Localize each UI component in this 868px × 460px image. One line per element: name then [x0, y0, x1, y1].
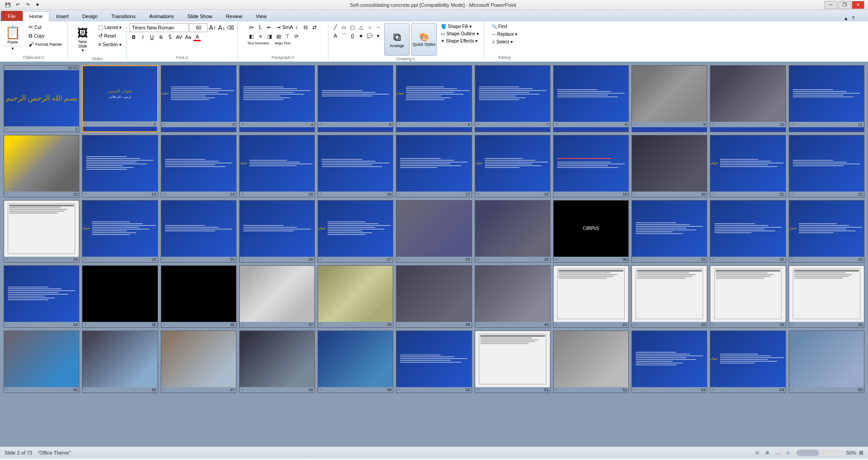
slide-thumb-10[interactable]: ☆ 10 [710, 65, 786, 132]
arrange-button[interactable]: ⧉ Arrange [384, 23, 410, 56]
cut-button[interactable]: ✂ Cut [26, 23, 65, 31]
shape-tri[interactable]: △ [357, 23, 365, 31]
slide-star-17[interactable]: ☆ [398, 192, 401, 196]
replace-button[interactable]: ↔ Replace ▾ [489, 31, 520, 38]
align-text-button[interactable]: ⊤ [284, 32, 292, 40]
slide-star-31[interactable]: ☆ [633, 257, 637, 261]
slide-star-53[interactable]: ☆ [633, 388, 637, 392]
slide-thumb-55[interactable]: ☆ 55 [789, 331, 864, 393]
new-slide-dropdown[interactable]: ▼ [81, 48, 85, 53]
help-button[interactable]: ? [852, 16, 854, 21]
slide-star-30[interactable]: ☆ [555, 257, 558, 261]
slide-thumb-34[interactable]: ☆ 34 [4, 265, 79, 328]
text-direction-button[interactable]: ⇄ [311, 23, 319, 31]
slide-thumb-50[interactable]: ☆ 50 [396, 331, 472, 393]
slide-thumb-2[interactable]: عنوان الدرس درس : دکتر فلانی ☆ 2 [82, 65, 158, 132]
drawing-launcher[interactable]: ⊡ [412, 57, 415, 61]
italic-button[interactable]: I [139, 33, 147, 41]
view-slideshow-button[interactable]: ▷ [785, 450, 792, 455]
slide-star-7[interactable]: ☆ [477, 122, 480, 126]
quick-styles-button[interactable]: 🎨 Quick Styles [411, 23, 437, 56]
increase-indent-button[interactable]: ⇥ [275, 23, 283, 31]
slide-star-13[interactable]: ☆ [84, 192, 87, 196]
shape-brace[interactable]: {} [348, 32, 357, 40]
slide-star-37[interactable]: ☆ [241, 322, 244, 326]
shape-line[interactable]: ╱ [331, 23, 339, 31]
customize-button[interactable]: ▼ [34, 1, 42, 9]
slide-thumb-29[interactable]: ☆ 29 [475, 200, 550, 263]
slide-thumb-14[interactable]: ☆ 14 [161, 135, 236, 197]
strikethrough-button[interactable]: S [157, 33, 165, 41]
paste-button[interactable]: 📋 Paste [3, 23, 23, 46]
slide-thumb-38[interactable]: ☆ 38 [318, 265, 393, 328]
slide-star-47[interactable]: ☆ [163, 388, 166, 392]
slide-thumb-42[interactable]: ☆ 42 [632, 265, 707, 328]
slide-star-52[interactable]: ☆ [555, 388, 558, 392]
tab-insert[interactable]: Insert [49, 11, 76, 21]
reset-button[interactable]: ↺ Reset [96, 32, 124, 40]
slide-thumb-15[interactable]: عنوان ☆ 15 [239, 135, 315, 197]
slide-thumb-36[interactable]: ☆ 36 [161, 265, 236, 328]
convert-smartart-button[interactable]: ⟳ [293, 32, 301, 40]
slide-thumb-54[interactable]: عنوان ☆ 54 [710, 331, 786, 393]
slide-thumb-8[interactable]: ☆ 8 [553, 65, 629, 132]
save-button[interactable]: 💾 [4, 1, 12, 9]
slide-thumb-11[interactable]: ☆ 11 [789, 65, 864, 132]
tab-animations[interactable]: Animations [142, 11, 180, 21]
slide-star-48[interactable]: ☆ [241, 388, 244, 392]
slide-star-35[interactable]: ☆ [84, 322, 87, 326]
shape-callout[interactable]: 💬 [366, 32, 374, 40]
tab-view[interactable]: View [249, 11, 274, 21]
slide-thumb-32[interactable]: ☆ 32 [710, 200, 786, 263]
slide-star-10[interactable]: ☆ [712, 122, 715, 126]
copy-button[interactable]: ⧉ Copy [26, 32, 65, 40]
slide-thumb-39[interactable]: ☆ 39 [396, 265, 472, 328]
font-name-input[interactable] [130, 23, 188, 32]
slide-thumb-43[interactable]: ☆ 43 [710, 265, 786, 328]
slide-thumb-25[interactable]: ☆ 25 [161, 200, 236, 263]
slide-star-23[interactable]: ☆ [5, 257, 9, 261]
bold-button[interactable]: B [130, 33, 138, 41]
tab-transitions[interactable]: Transitions [105, 11, 142, 21]
zoom-fit-button[interactable]: ⊞ [859, 450, 863, 456]
shape-textbox[interactable]: A [331, 32, 339, 40]
underline-button[interactable]: U [148, 33, 156, 41]
slide-thumb-5[interactable]: ☆ 5 [318, 65, 393, 132]
slide-thumb-53[interactable]: ☆ 53 [632, 331, 707, 393]
slide-star-27[interactable]: ☆ [319, 257, 323, 261]
slide-thumb-35[interactable]: ☆ 35 [82, 265, 158, 328]
slide-thumb-19[interactable]: ☆ 19 [553, 135, 629, 197]
slide-star-28[interactable]: ☆ [398, 257, 401, 261]
slide-star-18[interactable]: ☆ [477, 192, 480, 196]
slide-star-45[interactable]: ☆ [5, 388, 9, 392]
slide-thumb-49[interactable]: ☆ 49 [318, 331, 393, 393]
slide-star-41[interactable]: ☆ [555, 322, 558, 326]
shape-round-rect[interactable]: ▢ [348, 23, 357, 31]
slide-star-9[interactable]: ☆ [633, 122, 637, 126]
shape-curve[interactable]: ⌒ [340, 32, 348, 40]
shape-more[interactable]: ▾ [374, 32, 382, 40]
slide-star-6[interactable]: ☆ [398, 122, 401, 126]
slide-thumb-21[interactable]: عنوان ☆ 21 [710, 135, 786, 197]
slide-star-44[interactable]: ☆ [791, 322, 794, 326]
undo-button[interactable]: ↶ [14, 1, 22, 9]
clipboard-launcher[interactable]: ⊡ [41, 56, 44, 60]
slide-thumb-17[interactable]: ☆ 17 [396, 135, 472, 197]
slide-thumb-44[interactable]: ☆ 44 [789, 265, 864, 328]
slide-star-22[interactable]: ☆ [791, 192, 794, 196]
slide-star-16[interactable]: ☆ [319, 192, 323, 196]
clear-format-button[interactable]: ⌫ [227, 24, 235, 32]
slide-star-42[interactable]: ☆ [633, 322, 637, 326]
slide-thumb-4[interactable]: ☆ 4 [239, 65, 315, 132]
shape-fill-button[interactable]: 🪣 Shape Fill ▾ [439, 23, 481, 30]
shape-star[interactable]: ★ [357, 32, 365, 40]
find-button[interactable]: 🔍 Find [489, 23, 509, 30]
change-case-button[interactable]: Aa [184, 33, 192, 41]
slide-thumb-41[interactable]: ☆ 41 [553, 265, 629, 328]
line-spacing-button[interactable]: ↕ [293, 23, 301, 31]
view-reading-button[interactable]: 📖 [774, 450, 782, 455]
slide-star-20[interactable]: ☆ [633, 192, 637, 196]
slide-star-19[interactable]: ☆ [555, 192, 558, 196]
slide-star-40[interactable]: ☆ [477, 322, 480, 326]
slide-thumb-27[interactable]: عنوان ☆ 27 [318, 200, 393, 263]
